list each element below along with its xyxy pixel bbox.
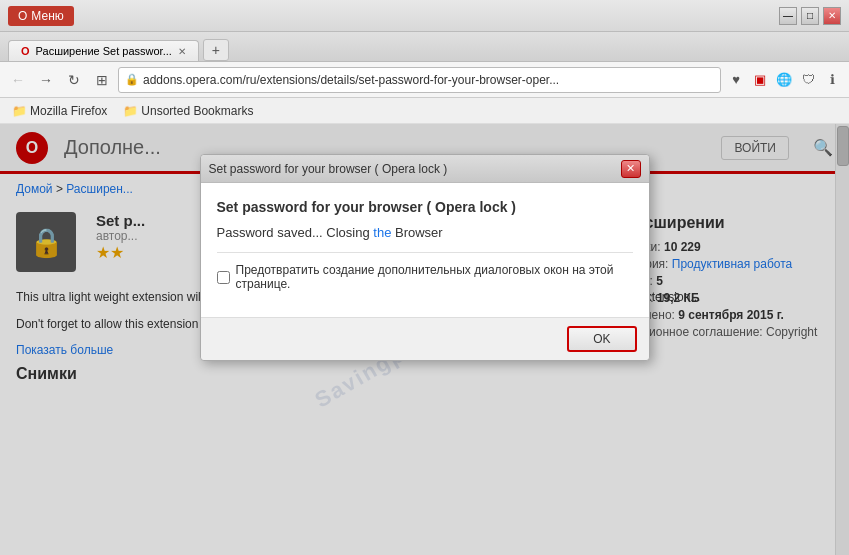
address-bar-input[interactable]: 🔒 addons.opera.com/ru/extensions/details… bbox=[118, 67, 721, 93]
globe-icon[interactable]: 🌐 bbox=[773, 69, 795, 91]
new-tab-button[interactable]: + bbox=[203, 39, 229, 61]
dialog-heading: Set password for your browser ( Opera lo… bbox=[217, 199, 633, 215]
dialog-msg-part2: Browser bbox=[391, 225, 442, 240]
dialog-message: Password saved... Closing the Browser bbox=[217, 225, 633, 240]
info-icon[interactable]: ℹ bbox=[821, 69, 843, 91]
forward-button[interactable]: → bbox=[34, 68, 58, 92]
tab-close-icon[interactable]: ✕ bbox=[178, 46, 186, 57]
window-controls: — □ ✕ bbox=[779, 7, 841, 25]
bookmark-firefox[interactable]: 📁 Mozilla Firefox bbox=[8, 102, 111, 120]
home-button[interactable]: ⊞ bbox=[90, 68, 114, 92]
bookmarks-bar: 📁 Mozilla Firefox 📁 Unsorted Bookmarks bbox=[0, 98, 849, 124]
bookmark-firefox-label: Mozilla Firefox bbox=[30, 104, 107, 118]
dialog-close-button[interactable]: ✕ bbox=[621, 160, 641, 178]
toolbar-icons: ♥ ▣ 🌐 🛡 ℹ bbox=[725, 69, 843, 91]
dialog-overlay: Set password for your browser ( Opera lo… bbox=[0, 124, 849, 555]
bookmark-unsorted-label: Unsorted Bookmarks bbox=[141, 104, 253, 118]
active-tab[interactable]: O Расширение Set passwor... ✕ bbox=[8, 40, 199, 61]
prevent-dialogs-label: Предотвратить создание дополнительных ди… bbox=[236, 263, 633, 291]
dialog: Set password for your browser ( Opera lo… bbox=[200, 154, 650, 361]
close-button[interactable]: ✕ bbox=[823, 7, 841, 25]
dialog-footer: OK bbox=[201, 317, 649, 360]
prevent-dialogs-checkbox[interactable] bbox=[217, 271, 230, 284]
tab-title: Расширение Set passwor... bbox=[36, 45, 172, 57]
page-content: Savingpcrepair.Com O Дополне... ВОЙТИ 🔍 … bbox=[0, 124, 849, 555]
bookmark-unsorted[interactable]: 📁 Unsorted Bookmarks bbox=[119, 102, 257, 120]
ok-button[interactable]: OK bbox=[567, 326, 636, 352]
maximize-button[interactable]: □ bbox=[801, 7, 819, 25]
dialog-checkbox-row: Предотвратить создание дополнительных ди… bbox=[217, 252, 633, 291]
menu-button[interactable]: O Меню bbox=[8, 6, 74, 26]
tab-opera-icon: O bbox=[21, 45, 30, 57]
dialog-msg-part1: Password saved... Closing bbox=[217, 225, 374, 240]
title-bar: O Меню — □ ✕ bbox=[0, 0, 849, 32]
back-button[interactable]: ← bbox=[6, 68, 30, 92]
menu-label: Меню bbox=[31, 9, 63, 23]
bookmark-heart-icon[interactable]: ♥ bbox=[725, 69, 747, 91]
shield-icon[interactable]: 🛡 bbox=[797, 69, 819, 91]
refresh-button[interactable]: ↻ bbox=[62, 68, 86, 92]
opera-logo-small: O bbox=[18, 9, 27, 23]
address-text: addons.opera.com/ru/extensions/details/s… bbox=[143, 73, 714, 87]
tab-bar: O Расширение Set passwor... ✕ + bbox=[0, 32, 849, 62]
address-bar: ← → ↻ ⊞ 🔒 addons.opera.com/ru/extensions… bbox=[0, 62, 849, 98]
dialog-body: Set password for your browser ( Opera lo… bbox=[201, 183, 649, 317]
minimize-button[interactable]: — bbox=[779, 7, 797, 25]
bookmark-folder-icon-2: 📁 bbox=[123, 104, 138, 118]
dialog-msg-highlight: the bbox=[373, 225, 391, 240]
lock-icon: 🔒 bbox=[125, 73, 139, 86]
bookmark-folder-icon: 📁 bbox=[12, 104, 27, 118]
extension-icon-1[interactable]: ▣ bbox=[749, 69, 771, 91]
dialog-title: Set password for your browser ( Opera lo… bbox=[209, 162, 621, 176]
dialog-titlebar: Set password for your browser ( Opera lo… bbox=[201, 155, 649, 183]
